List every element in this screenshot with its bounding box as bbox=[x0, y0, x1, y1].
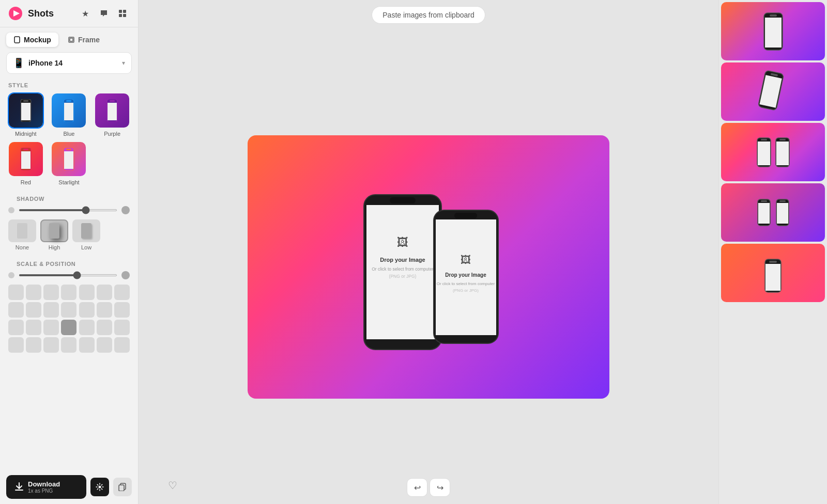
svg-rect-26 bbox=[119, 485, 124, 491]
thumb-bg-4 bbox=[721, 183, 825, 242]
device-selector[interactable]: 📱 iPhone 14 ▾ bbox=[6, 52, 132, 74]
phone-front[interactable]: 🖼 Drop your Image Or click to select fro… bbox=[431, 208, 501, 348]
thumbnail-2[interactable] bbox=[721, 62, 825, 121]
style-item-starlight[interactable]: Starlight bbox=[50, 141, 89, 185]
style-thumb-blue bbox=[51, 92, 87, 129]
svg-text:🖼: 🖼 bbox=[461, 254, 471, 265]
download-button[interactable]: Download 1x as PNG bbox=[6, 475, 86, 499]
pos-btn-1-5[interactable] bbox=[79, 285, 95, 300]
copy-button[interactable] bbox=[113, 478, 132, 496]
tab-mockup[interactable]: Mockup bbox=[6, 33, 58, 47]
pos-btn-3-3[interactable] bbox=[43, 320, 59, 335]
pos-btn-2-4[interactable] bbox=[61, 302, 76, 318]
shadow-high-icon bbox=[49, 223, 59, 239]
pos-btn-3-5[interactable] bbox=[79, 320, 95, 335]
pos-btn-4-7[interactable] bbox=[114, 337, 130, 353]
pos-btn-1-6[interactable] bbox=[97, 285, 112, 300]
svg-text:(PNG or JPG): (PNG or JPG) bbox=[389, 274, 417, 279]
pos-btn-2-7[interactable] bbox=[114, 302, 130, 318]
canvas-mockup: 🖼 Drop your Image Or click to select fro… bbox=[248, 135, 609, 399]
pos-btn-1-4[interactable] bbox=[61, 285, 76, 300]
svg-rect-6 bbox=[14, 37, 20, 43]
pos-btn-1-1[interactable] bbox=[8, 285, 24, 300]
style-thumb-red bbox=[8, 141, 44, 177]
tab-frame[interactable]: Frame bbox=[60, 33, 107, 47]
style-thumb-midnight bbox=[8, 92, 44, 129]
thumbnail-3[interactable] bbox=[721, 123, 825, 181]
download-label: Download 1x as PNG bbox=[28, 480, 60, 494]
pos-btn-3-6[interactable] bbox=[97, 320, 112, 335]
shadow-slider[interactable] bbox=[19, 209, 117, 211]
scale-slider[interactable] bbox=[19, 274, 117, 276]
pos-btn-4-4[interactable] bbox=[61, 337, 76, 353]
messages-button[interactable] bbox=[97, 6, 111, 21]
main-area: Paste images from clipboard 🖼 Drop your … bbox=[139, 0, 718, 504]
style-thumb-purple bbox=[94, 92, 130, 129]
pos-btn-1-7[interactable] bbox=[114, 285, 130, 300]
pos-btn-2-6[interactable] bbox=[97, 302, 112, 318]
svg-rect-52 bbox=[776, 141, 789, 165]
sidebar-bottom: Download 1x as PNG bbox=[0, 470, 138, 504]
shadow-slider-min-icon bbox=[8, 207, 14, 213]
scale-section: SCALE & POSITION bbox=[0, 257, 138, 357]
sidebar-header: Shots ★ bbox=[0, 0, 138, 27]
position-grid bbox=[8, 285, 130, 353]
thumb-bg-2 bbox=[721, 62, 825, 121]
download-subtitle: 1x as PNG bbox=[28, 488, 53, 494]
top-bar: Paste images from clipboard bbox=[139, 0, 718, 30]
style-item-midnight[interactable]: Midnight bbox=[6, 92, 45, 137]
pos-btn-4-2[interactable] bbox=[26, 337, 41, 353]
app-title: Shots bbox=[28, 8, 54, 19]
pos-btn-2-3[interactable] bbox=[43, 302, 59, 318]
svg-rect-10 bbox=[23, 100, 28, 102]
thumbnail-4[interactable] bbox=[721, 183, 825, 242]
star-button[interactable]: ★ bbox=[78, 6, 93, 21]
pos-btn-3-1[interactable] bbox=[8, 320, 24, 335]
style-label: STYLE bbox=[0, 80, 138, 92]
scale-slider-row bbox=[8, 271, 130, 279]
pos-btn-3-4[interactable] bbox=[61, 320, 76, 335]
shadow-preset-low[interactable]: Low bbox=[72, 219, 100, 250]
favorite-button[interactable]: ♡ bbox=[164, 477, 181, 494]
tabs-row: Mockup Frame bbox=[0, 27, 138, 52]
pos-btn-2-5[interactable] bbox=[79, 302, 95, 318]
style-label-midnight: Midnight bbox=[15, 131, 37, 137]
style-grid: Midnight Blue bbox=[0, 92, 138, 192]
shadow-none-label: None bbox=[16, 244, 29, 250]
style-item-blue[interactable]: Blue bbox=[50, 92, 89, 137]
settings-icon bbox=[96, 483, 104, 491]
chevron-down-icon: ▾ bbox=[122, 59, 125, 67]
app-logo-icon bbox=[8, 6, 23, 21]
svg-text:Or click to select from comput: Or click to select from computer bbox=[437, 281, 495, 286]
svg-rect-58 bbox=[777, 203, 788, 224]
shadow-preset-none[interactable]: None bbox=[8, 219, 36, 250]
pos-btn-2-1[interactable] bbox=[8, 302, 24, 318]
pos-btn-4-1[interactable] bbox=[8, 337, 24, 353]
redo-button[interactable]: ↪ bbox=[430, 478, 450, 497]
svg-rect-3 bbox=[123, 10, 126, 13]
phone-front-svg: 🖼 Drop your Image Or click to select fro… bbox=[431, 208, 501, 346]
pos-btn-3-7[interactable] bbox=[114, 320, 130, 335]
svg-rect-60 bbox=[769, 261, 777, 263]
paste-button[interactable]: Paste images from clipboard bbox=[372, 6, 485, 24]
shadow-box-high bbox=[40, 219, 68, 242]
pos-btn-4-3[interactable] bbox=[43, 337, 59, 353]
svg-rect-16 bbox=[110, 100, 115, 102]
style-item-purple[interactable]: Purple bbox=[93, 92, 132, 137]
pos-btn-4-5[interactable] bbox=[79, 337, 95, 353]
scale-slider-min-icon bbox=[8, 272, 14, 278]
pos-btn-1-3[interactable] bbox=[43, 285, 59, 300]
undo-button[interactable]: ↩ bbox=[407, 478, 427, 497]
grid-button[interactable] bbox=[115, 6, 130, 21]
pos-btn-2-2[interactable] bbox=[26, 302, 41, 318]
heart-area: ♡ bbox=[164, 477, 181, 494]
thumbnail-1[interactable] bbox=[721, 2, 825, 60]
svg-rect-20 bbox=[21, 151, 30, 169]
thumbnail-5[interactable] bbox=[721, 244, 825, 302]
style-item-red[interactable]: Red bbox=[6, 141, 45, 185]
shadow-preset-high[interactable]: High bbox=[40, 219, 68, 250]
pos-btn-4-6[interactable] bbox=[97, 337, 112, 353]
download-settings-button[interactable] bbox=[90, 478, 109, 496]
pos-btn-1-2[interactable] bbox=[26, 285, 41, 300]
pos-btn-3-2[interactable] bbox=[26, 320, 41, 335]
